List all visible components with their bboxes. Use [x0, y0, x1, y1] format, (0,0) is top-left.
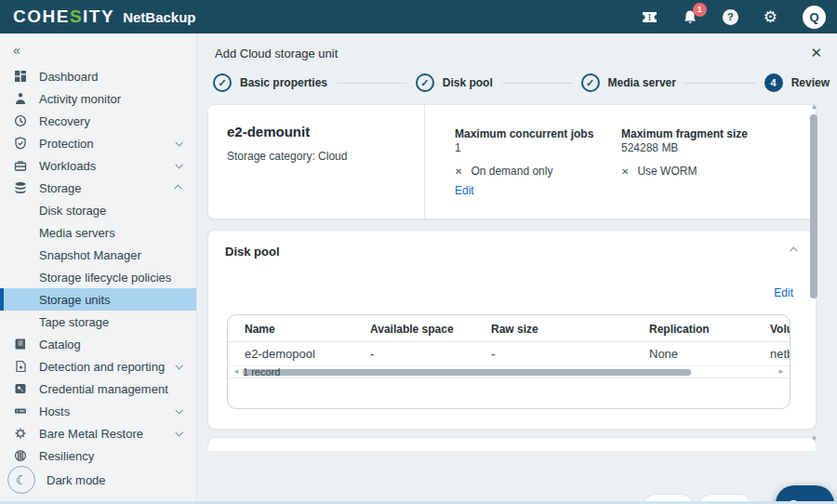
on-demand-only-label: On demand only: [471, 165, 552, 178]
sidebar-item-label: Dashboard: [39, 70, 99, 84]
cell-raw-size: -: [491, 347, 495, 361]
scroll-up-arrow-icon[interactable]: ▲: [810, 102, 818, 111]
sidebar-subitem-label: Snapshot Manager: [39, 248, 141, 262]
resiliency-icon: [13, 448, 28, 463]
sidebar-item-detection-and-reporting[interactable]: Detection and reporting: [0, 355, 196, 378]
sidebar-item-recovery[interactable]: Recovery: [0, 110, 196, 132]
sidebar-item-label: Catalog: [39, 338, 81, 351]
scroll-left-arrow-icon[interactable]: ◄: [232, 367, 240, 376]
sidebar-subitem-disk-storage[interactable]: Disk storage: [0, 199, 196, 221]
protection-shield-icon: [13, 136, 28, 151]
vertical-scrollbar[interactable]: ▲ ▼: [810, 102, 818, 443]
sidebar-nav: « Dashboard Activity monitor Recovery Pr…: [0, 33, 197, 501]
ticket-icon[interactable]: [642, 11, 658, 23]
step-review[interactable]: 4 Review: [764, 73, 830, 92]
stepper-connector: [502, 83, 572, 84]
bare-metal-restore-gear-icon: [13, 426, 28, 441]
sidebar-item-label: Bare Metal Restore: [39, 427, 143, 441]
sidebar-item-label: Protection: [39, 137, 94, 151]
cohesity-logo: COHESITY: [13, 7, 114, 27]
sidebar-item-credential-management[interactable]: Credential management: [0, 378, 196, 400]
stepper-connector: [337, 83, 406, 84]
credential-key-icon: [13, 381, 28, 396]
sidebar-item-activity-monitor[interactable]: Activity monitor: [0, 87, 196, 110]
on-demand-only-flag: ✕ On demand only: [455, 165, 552, 178]
cell-available-space: -: [370, 347, 374, 361]
chevron-up-icon: [174, 184, 181, 192]
user-avatar[interactable]: Q: [803, 6, 826, 29]
collapse-icon: «: [13, 43, 20, 58]
max-fragment-size-label: Maximum fragment size: [621, 127, 748, 140]
sidebar-item-dashboard[interactable]: Dashboard: [0, 65, 196, 87]
activity-monitor-icon: [13, 91, 28, 106]
wizard-stepper: ✓ Basic properties ✓ Disk pool ✓ Media s…: [213, 71, 830, 95]
table-header-row: Name Available space Raw size Replicatio…: [228, 315, 790, 342]
catalog-book-icon: [13, 337, 28, 351]
sidebar-item-label: Recovery: [39, 114, 90, 128]
sidebar-subitem-storage-lifecycle-policies[interactable]: Storage lifecycle policies: [0, 266, 196, 288]
workloads-briefcase-icon: [13, 158, 28, 173]
horizontal-scrollbar-thumb[interactable]: [243, 369, 691, 376]
edit-basic-properties-link[interactable]: Edit: [455, 184, 474, 197]
sidebar-subitem-storage-units[interactable]: Storage units: [0, 288, 196, 311]
cross-icon: ✕: [621, 166, 629, 177]
stepper-connector: [685, 83, 755, 84]
sidebar-item-protection[interactable]: Protection: [0, 132, 196, 154]
step-disk-pool[interactable]: ✓ Disk pool: [416, 73, 502, 92]
sidebar-subitem-label: Storage lifecycle policies: [39, 271, 171, 285]
dashboard-icon: [13, 69, 28, 84]
sidebar-item-label: Detection and reporting: [39, 360, 165, 374]
detection-report-icon: [13, 359, 28, 374]
step-basic-properties[interactable]: ✓ Basic properties: [213, 73, 337, 92]
notifications-bell-icon[interactable]: 1: [683, 9, 698, 25]
hosts-server-icon: [13, 404, 28, 418]
close-icon[interactable]: ✕: [810, 45, 822, 61]
step-media-server[interactable]: ✓ Media server: [581, 73, 685, 92]
sidebar-item-storage[interactable]: Storage: [0, 177, 196, 199]
sidebar-item-hosts[interactable]: Hosts: [0, 400, 196, 422]
cell-replication: None: [649, 347, 678, 361]
sidebar-collapse-button[interactable]: «: [0, 33, 196, 65]
recovery-clock-icon: [13, 113, 28, 128]
sidebar-item-label: Hosts: [39, 405, 70, 418]
wizard-footer: Cancel Previous Save: [198, 451, 837, 504]
column-header-replication: Replication: [649, 323, 710, 336]
chevron-down-icon: [175, 362, 182, 369]
sidebar-subitem-label: Media servers: [39, 226, 115, 240]
help-icon[interactable]: ?: [723, 9, 738, 25]
edit-disk-pool-link[interactable]: Edit: [774, 286, 793, 299]
column-header-volumes: Volumes: [770, 323, 790, 336]
product-name: NetBackup: [123, 9, 195, 25]
sidebar-item-resiliency[interactable]: Resiliency: [0, 444, 196, 467]
sidebar-item-workloads[interactable]: Workloads: [0, 154, 196, 177]
sidebar-item-bare-metal-restore[interactable]: Bare Metal Restore: [0, 422, 196, 444]
cross-icon: ✕: [455, 166, 462, 177]
sidebar-item-catalog[interactable]: Catalog: [0, 333, 196, 355]
moon-icon: ☾: [7, 466, 35, 494]
dark-mode-toggle[interactable]: ☾ Dark mode: [7, 466, 106, 494]
scroll-right-arrow-icon[interactable]: ►: [777, 367, 785, 376]
brand-logo: COHESITY NetBackup: [13, 7, 196, 27]
collapse-section-chevron-icon[interactable]: [790, 246, 797, 254]
chevron-down-icon: [175, 429, 182, 436]
table-row[interactable]: e2-demopool - - None netbac: [228, 342, 790, 366]
column-header-name: Name: [245, 323, 275, 336]
sidebar-subitem-tape-storage[interactable]: Tape storage: [0, 311, 196, 333]
vertical-scrollbar-thumb[interactable]: [810, 114, 817, 298]
sidebar-subitem-snapshot-manager[interactable]: Snapshot Manager: [0, 244, 196, 266]
horizontal-scrollbar[interactable]: ◄ ►: [228, 366, 790, 378]
sidebar-subitem-label: Tape storage: [39, 315, 109, 329]
main-panel: Add Cloud storage unit ✕ ✓ Basic propert…: [198, 33, 837, 504]
notification-badge: 1: [693, 3, 707, 17]
sidebar-subitem-media-servers[interactable]: Media servers: [0, 221, 196, 244]
scroll-down-arrow-icon[interactable]: ▼: [810, 434, 818, 443]
storage-unit-name: e2-demounit: [227, 124, 405, 139]
chevron-down-icon: [175, 139, 182, 146]
storage-category: Storage category: Cloud: [227, 150, 405, 163]
disk-pool-card: Disk pool Edit Name Available space Raw …: [207, 230, 817, 430]
step-complete-check-icon: ✓: [416, 73, 434, 92]
settings-gear-icon[interactable]: ⚙: [764, 9, 777, 25]
cohesity-logo-green-letter: S: [70, 7, 83, 26]
storage-database-icon: [13, 180, 28, 195]
step-number-badge: 4: [764, 73, 783, 92]
